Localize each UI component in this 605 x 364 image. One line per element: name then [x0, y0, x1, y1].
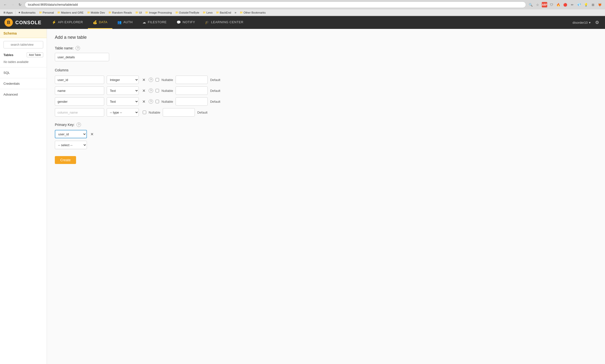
column-type-select-name[interactable]: Integer Text Boolean Float Date Time Tim…: [107, 86, 139, 95]
column-nullable-checkbox-user-id[interactable]: [156, 78, 159, 81]
bookmark-more[interactable]: »: [233, 10, 238, 15]
table-name-help-icon[interactable]: ?: [76, 46, 80, 50]
folder-icon-image: 📁: [145, 11, 148, 14]
search-icon[interactable]: 🔍: [528, 2, 533, 7]
column-type-select-gender[interactable]: Integer Text Boolean Float Date Time Tim…: [107, 97, 139, 106]
column-default-input-name[interactable]: [176, 86, 208, 95]
add-table-button[interactable]: Add Table: [27, 52, 43, 57]
pk-row-empty: -- select -- user_id name gender: [55, 141, 597, 149]
bookmark-masters-gre[interactable]: 📁 Masters and GRE: [56, 11, 85, 15]
forward-button[interactable]: →: [10, 2, 15, 7]
bookmark-levo-label: Levo: [206, 11, 213, 14]
column-type-select-new[interactable]: -- type -- Integer Text Boolean Float Da…: [107, 108, 139, 117]
extension-icon-4[interactable]: ✏: [569, 2, 575, 7]
column-nullable-checkbox-new[interactable]: [143, 111, 146, 114]
bookmark-ui[interactable]: 📁 UI: [134, 11, 143, 15]
bookmark-bookmarks[interactable]: ★ Bookmarks: [17, 11, 37, 15]
bookmark-star-icon[interactable]: ☆: [535, 2, 540, 7]
sidebar-divider-2: [0, 78, 47, 78]
folder-icon-other: 📁: [240, 11, 243, 14]
bookmark-mobile-dev[interactable]: 📁 Mobile Dev: [86, 11, 107, 15]
api-explorer-icon: ⚡: [52, 20, 56, 24]
no-tables-text: No tables available: [0, 59, 47, 66]
primary-key-select-empty[interactable]: -- select -- user_id name gender: [55, 141, 87, 149]
extension-icon-3[interactable]: 🔴: [563, 2, 568, 7]
primary-key-section: Primary Key: ? user_id name gender ✕ -- …: [55, 122, 597, 149]
column-row-new: -- type -- Integer Text Boolean Float Da…: [55, 108, 597, 117]
column-help-icon-name[interactable]: ?: [149, 88, 153, 93]
settings-gear-button[interactable]: ⚙: [593, 19, 601, 26]
column-nullable-checkbox-gender[interactable]: [156, 100, 159, 103]
column-nullable-label-gender: Nullable: [161, 100, 173, 103]
bookmark-apps[interactable]: ⊞ Apps: [2, 11, 14, 15]
back-button[interactable]: ←: [2, 2, 8, 7]
primary-key-select[interactable]: user_id name gender: [55, 130, 87, 138]
table-name-label: Table name: ?: [55, 46, 597, 50]
gear-icon: ⚙: [595, 20, 599, 25]
extension-icon-2[interactable]: 🔥: [556, 2, 561, 7]
folder-icon-outside: 📁: [175, 11, 178, 14]
column-name-input-user-id[interactable]: [55, 76, 104, 84]
column-row-gender: Integer Text Boolean Float Date Time Tim…: [55, 97, 597, 106]
folder-icon-backend: 📁: [216, 11, 219, 14]
column-type-select-user-id[interactable]: Integer Text Boolean Float Date Time Tim…: [107, 76, 139, 84]
column-default-input-gender[interactable]: [176, 97, 208, 106]
column-name-input-new[interactable]: [55, 108, 104, 117]
column-help-icon-user-id[interactable]: ?: [149, 78, 153, 82]
column-default-input-new[interactable]: [163, 108, 195, 117]
extension-icon-6[interactable]: 💡: [583, 2, 589, 7]
tab-filestore[interactable]: ☁ FILESTORE: [138, 16, 172, 29]
tab-filestore-label: FILESTORE: [148, 20, 167, 24]
tab-data[interactable]: 💰 DATA: [88, 16, 112, 29]
browser-icons: 🔍 ☆ ABP 🛡 🔥 🔴 ✏ 💎 💡 ⊞ 🦊: [528, 2, 603, 7]
address-bar[interactable]: localhost:9695/data/schema/table/add: [25, 1, 526, 8]
user-dropdown[interactable]: disorder10 ▾: [573, 21, 591, 24]
tab-api-explorer[interactable]: ⚡ API EXPLORER: [47, 16, 88, 29]
extension-icon-8[interactable]: 🦊: [597, 2, 603, 7]
tab-notify[interactable]: 💬 NOTIFY: [172, 16, 200, 29]
folder-icon-personal: 📁: [39, 11, 42, 14]
table-name-input[interactable]: [55, 53, 109, 61]
bookmark-backend[interactable]: 📁 BackEnd: [215, 11, 233, 15]
sidebar-item-advanced[interactable]: Advanced: [0, 90, 47, 99]
tab-learning-center[interactable]: 🎓 LEARNING CENTER: [200, 16, 248, 29]
pk-remove-button[interactable]: ✕: [89, 132, 94, 137]
bookmark-levo[interactable]: 📁 Levo: [201, 11, 214, 15]
primary-key-help-icon[interactable]: ?: [77, 122, 81, 127]
extension-icon-5[interactable]: 💎: [576, 2, 582, 7]
extension-icon-abp[interactable]: ABP: [542, 2, 547, 7]
bookmark-image-processing[interactable]: 📁 Image Processing: [144, 11, 173, 15]
logo-letter: B: [7, 20, 10, 25]
column-row-name: Integer Text Boolean Float Date Time Tim…: [55, 86, 597, 95]
sidebar-item-credentials[interactable]: Credentials: [0, 79, 47, 88]
column-name-input-gender[interactable]: [55, 97, 104, 106]
columns-label: Columns: [55, 68, 597, 72]
extension-icon-1[interactable]: 🛡: [549, 2, 554, 7]
search-table-input[interactable]: [3, 41, 43, 48]
create-button[interactable]: Create: [55, 156, 76, 164]
bookmark-other[interactable]: 📁 Other Bookmarks: [238, 11, 267, 15]
bookmark-random-label: Random Reads: [112, 11, 132, 14]
bookmark-outside-byte[interactable]: 📁 OutsideTheByte: [174, 11, 201, 15]
column-default-input-user-id[interactable]: [176, 76, 208, 84]
sidebar-item-sql[interactable]: SQL: [0, 68, 47, 77]
dropdown-chevron-icon: ▾: [589, 21, 591, 24]
main-content: Add a new table Table name: ? Columns In…: [47, 29, 605, 364]
column-remove-button-name[interactable]: ✕: [141, 88, 146, 93]
column-help-icon-gender[interactable]: ?: [149, 99, 153, 104]
column-remove-button-user-id[interactable]: ✕: [141, 78, 146, 82]
column-name-input-name[interactable]: [55, 86, 104, 95]
tab-auth-label: AUTH: [123, 20, 133, 24]
tab-auth[interactable]: 👥 AUTH: [112, 16, 138, 29]
app-logo: B CONSOLE: [0, 18, 47, 27]
sidebar-divider-3: [0, 89, 47, 89]
extension-icon-7[interactable]: ⊞: [590, 2, 596, 7]
bookmark-random-reads[interactable]: 📁 Random Reads: [107, 11, 133, 15]
bookmark-personal[interactable]: 📁 Personal: [38, 11, 55, 15]
primary-key-label-text: Primary Key:: [55, 123, 75, 127]
column-remove-button-gender[interactable]: ✕: [141, 99, 146, 104]
sidebar-schema-section[interactable]: Schema: [0, 29, 47, 38]
column-nullable-checkbox-name[interactable]: [156, 89, 159, 92]
column-default-label-gender: Default: [210, 100, 220, 103]
refresh-button[interactable]: ↻: [17, 2, 23, 7]
